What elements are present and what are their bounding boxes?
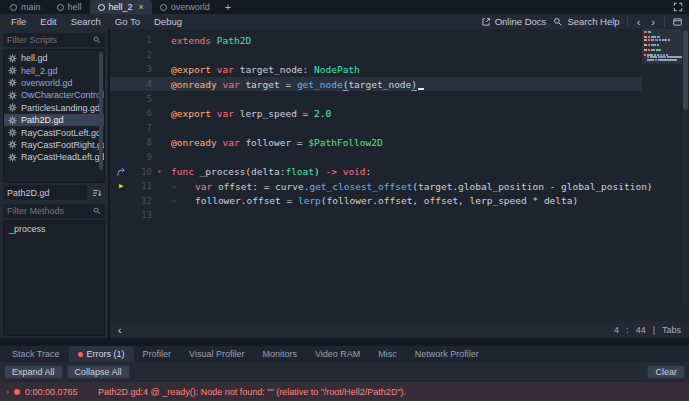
line-number: 3 xyxy=(132,64,152,74)
code-line[interactable]: 4@onready var target = get_node(target_n… xyxy=(110,77,642,92)
token: $PathFollow2D xyxy=(308,137,382,148)
script-name: RayCastFootRight.gd xyxy=(21,140,105,150)
online-docs-label: Online Docs xyxy=(495,16,547,27)
collapse-all-button[interactable]: Collapse All xyxy=(67,365,130,379)
debugger-tab-stack-trace[interactable]: Stack Trace xyxy=(3,346,69,362)
online-docs-button[interactable]: Online Docs xyxy=(481,16,547,27)
code-line[interactable]: 13 xyxy=(110,208,642,223)
code-line[interactable]: 8@onready var follower = $PathFollow2D xyxy=(110,135,642,150)
menu-debug[interactable]: Debug xyxy=(147,16,189,27)
filter-methods-input[interactable] xyxy=(7,206,93,216)
history-forward-button[interactable]: › xyxy=(649,16,657,28)
debugger-tab-video-ram[interactable]: Video RAM xyxy=(306,346,369,362)
debugger-tab-profiler[interactable]: Profiler xyxy=(134,346,181,362)
new-scene-tab-button[interactable]: + xyxy=(218,0,238,14)
token: lerp_speed = xyxy=(234,108,314,119)
scene-icon xyxy=(160,4,167,11)
code-line[interactable]: 10▾func _process(delta:float) -> void: xyxy=(110,164,642,179)
gdscript-icon xyxy=(8,116,17,125)
scrollbar-thumb[interactable] xyxy=(683,30,688,110)
history-back-button[interactable]: ‹ xyxy=(635,16,643,28)
script-item[interactable]: ParticlesLanding.gd xyxy=(4,102,104,114)
scene-tab-overworld[interactable]: overworld xyxy=(152,0,218,14)
token: var xyxy=(217,108,234,119)
script-name: overworld.gd xyxy=(21,78,73,88)
search-help-button[interactable]: Search Help xyxy=(553,16,619,27)
error-row[interactable]: › 0:00:00.0765 Path2D.gd:4 @ _ready(): N… xyxy=(0,381,689,401)
debugger-tab-monitors[interactable]: Monitors xyxy=(253,346,306,362)
method-sort-button[interactable] xyxy=(89,185,105,200)
token: follower = xyxy=(240,137,309,148)
fold-arrow-icon[interactable]: ▾ xyxy=(152,167,168,176)
menu-search[interactable]: Search xyxy=(64,16,108,27)
text-caret xyxy=(418,80,424,90)
gdscript-icon xyxy=(8,91,17,100)
token: (follower.offset, offset, lerp_speed * d… xyxy=(321,195,578,206)
code-line[interactable]: 12»follower.offset = lerp(follower.offse… xyxy=(110,194,642,209)
scene-tab-hell[interactable]: hell xyxy=(49,0,90,14)
menu-file[interactable]: File xyxy=(4,16,33,27)
token: NodePath xyxy=(314,64,360,75)
token: target_node xyxy=(348,79,411,90)
code-line[interactable]: 3@export var target_node: NodePath xyxy=(110,62,642,77)
line-number: 1 xyxy=(132,35,152,45)
scene-tab-hell_2[interactable]: hell_2× xyxy=(90,0,152,14)
code-line[interactable]: 6@export var lerp_speed = 2.0 xyxy=(110,106,642,121)
current-script-name[interactable]: Path2D.gd xyxy=(3,185,87,200)
search-help-icon xyxy=(553,17,563,27)
token: var xyxy=(223,79,240,90)
token: @export xyxy=(171,108,211,119)
separator xyxy=(627,17,628,27)
token: target = xyxy=(240,79,297,90)
float-panel-button[interactable] xyxy=(672,17,683,27)
debugger-tab-visual-profiler[interactable]: Visual Profiler xyxy=(180,346,253,362)
script-item[interactable]: OwCharacterControll... xyxy=(4,89,104,101)
menu-go-to[interactable]: Go To xyxy=(108,16,147,27)
hscroll-left-arrow[interactable]: ‹ xyxy=(118,324,122,336)
distraction-free-button[interactable] xyxy=(667,0,689,14)
expand-chevron-icon[interactable]: › xyxy=(6,387,9,397)
code-text: extends Path2D xyxy=(168,35,251,46)
method-item[interactable]: _process xyxy=(4,223,104,235)
script-item[interactable]: overworld.gd xyxy=(4,77,104,89)
close-icon[interactable]: × xyxy=(139,2,144,12)
debugger-tab-errors-1-[interactable]: Errors (1) xyxy=(69,346,134,362)
token: @onready xyxy=(171,137,217,148)
script-item[interactable]: RayCastHeadLeft.gd xyxy=(4,151,104,163)
code-line[interactable]: ▶11»var offset: = curve.get_closest_offs… xyxy=(110,179,642,194)
line-number: 10 xyxy=(132,167,152,177)
code-text: func _process(delta:float) -> void: xyxy=(168,166,371,177)
code-line[interactable]: 7 xyxy=(110,121,642,136)
script-list-scrollbar[interactable] xyxy=(99,52,103,170)
code-line[interactable]: 2 xyxy=(110,48,642,63)
debugger-tab-network-profiler[interactable]: Network Profiler xyxy=(406,346,488,362)
error-message: Path2D.gd:4 @ _ready(): Node not found: … xyxy=(98,387,406,397)
editor-vscrollbar[interactable] xyxy=(682,29,689,304)
script-list: hell.gdhell_2.gdoverworld.gdOwCharacterC… xyxy=(3,49,105,183)
gutter-margin[interactable] xyxy=(110,167,132,177)
code-area[interactable]: 1extends Path2D23@export var target_node… xyxy=(110,29,689,321)
script-item[interactable]: RayCastFootLeft.gd xyxy=(4,126,104,138)
debugger-tab-misc[interactable]: Misc xyxy=(369,346,406,362)
token: @onready xyxy=(171,79,217,90)
expand-icon xyxy=(673,2,683,12)
scene-tab-label: hell xyxy=(68,2,82,12)
filter-scripts-input[interactable] xyxy=(7,35,93,45)
script-item[interactable]: Path2D.gd xyxy=(4,114,104,126)
clear-button[interactable]: Clear xyxy=(647,365,685,379)
expand-all-button[interactable]: Expand All xyxy=(4,365,63,379)
token: var xyxy=(195,181,212,192)
script-item[interactable]: hell_2.gd xyxy=(4,64,104,76)
scene-tab-label: hell_2 xyxy=(109,2,133,12)
script-item[interactable]: hell.gd xyxy=(4,52,104,64)
code-line[interactable]: 5 xyxy=(110,91,642,106)
minimap[interactable] xyxy=(642,29,682,304)
gutter-margin[interactable]: ▶ xyxy=(110,183,132,190)
script-item[interactable]: RayCastFootRight.gd xyxy=(4,139,104,151)
code-line[interactable]: 9 xyxy=(110,150,642,165)
menu-edit[interactable]: Edit xyxy=(33,16,63,27)
dock-splitter[interactable] xyxy=(0,338,689,346)
code-line[interactable]: 1extends Path2D xyxy=(110,33,642,48)
code-text: »follower.offset = lerp(follower.offset,… xyxy=(168,195,578,206)
scene-tab-main[interactable]: main xyxy=(2,0,49,14)
